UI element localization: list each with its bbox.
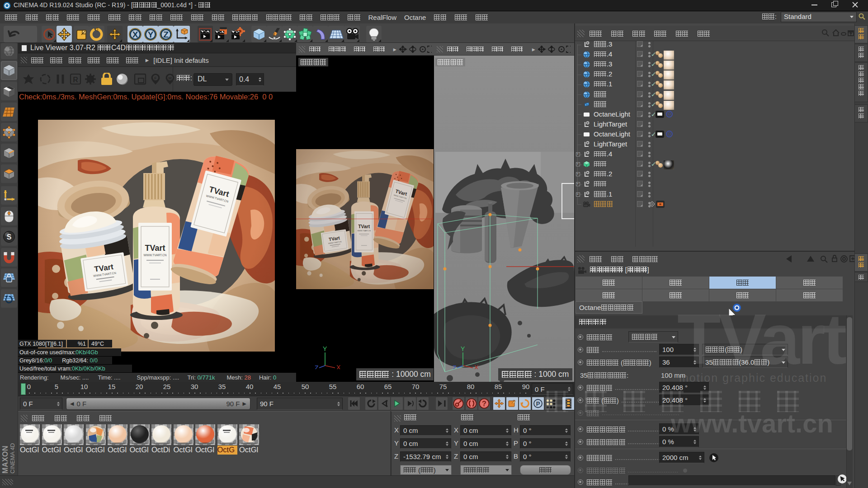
svg-text:X: X <box>336 364 341 369</box>
svg-text:M: M <box>168 76 172 80</box>
svg-text:Y: Y <box>148 29 154 39</box>
svg-text:P: P <box>536 400 540 407</box>
svg-text:Z: Z <box>315 364 319 369</box>
svg-text:F: F <box>154 76 157 80</box>
svg-text:Y: Y <box>461 346 465 352</box>
svg-text:X: X <box>474 364 479 369</box>
svg-text:S: S <box>7 233 12 241</box>
svg-text:Z: Z <box>453 364 457 369</box>
svg-text:R: R <box>73 76 78 84</box>
svg-text:X: X <box>132 29 138 39</box>
svg-text:Y: Y <box>323 346 327 352</box>
svg-text:Z: Z <box>163 29 169 39</box>
svg-text:?: ? <box>482 400 486 408</box>
